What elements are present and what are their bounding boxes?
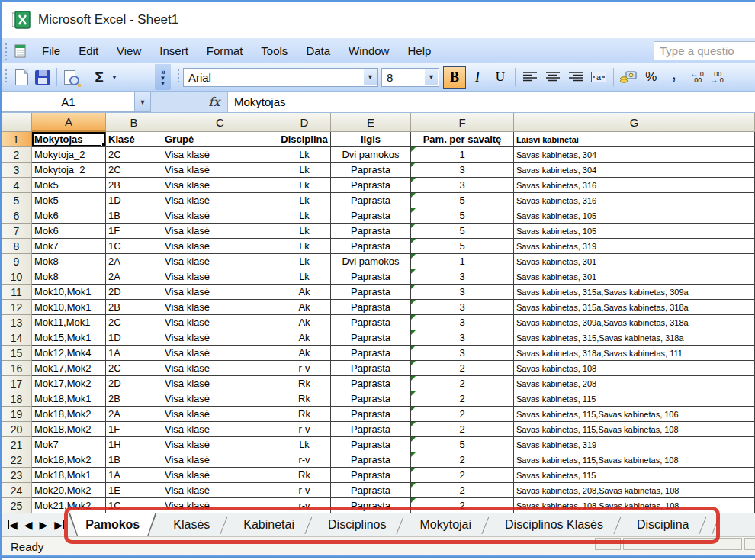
cell-C4[interactable]: Visa klasė [162, 178, 278, 193]
cell-E1[interactable]: Ilgis [331, 132, 411, 147]
cell-B5[interactable]: 1D [106, 193, 162, 208]
cell-D18[interactable]: Rk [278, 391, 331, 407]
row-header-8[interactable]: 8 [2, 239, 32, 254]
cell-E21[interactable]: Paprasta [331, 437, 411, 452]
cell-B3[interactable]: 2C [106, 163, 162, 178]
menu-window[interactable]: Window [342, 40, 396, 61]
cell-A17[interactable]: Mok17,Mok2 [32, 376, 106, 391]
cell-A4[interactable]: Mok5 [32, 178, 106, 193]
type-a-question-box[interactable]: Type a questio [654, 41, 755, 60]
row-header-20[interactable]: 20 [2, 422, 32, 437]
cell-F20[interactable]: 2 [411, 422, 514, 437]
select-all-corner[interactable] [2, 113, 32, 132]
cell-G1[interactable]: Laisvi kabinetai [514, 132, 755, 147]
sheet-tab-kabinetai[interactable]: Kabinetai [226, 513, 311, 536]
row-header-13[interactable]: 13 [2, 315, 32, 330]
last-sheet-button[interactable]: ▶ [54, 519, 64, 531]
cell-E20[interactable]: Paprasta [331, 422, 411, 437]
cell-E23[interactable]: Paprasta [331, 468, 411, 483]
cell-G5[interactable]: Savas kabinetas, 316 [514, 193, 755, 208]
cell-B4[interactable]: 2B [106, 178, 162, 193]
menu-data[interactable]: Data [299, 40, 337, 61]
menu-file[interactable]: File [35, 40, 67, 61]
next-sheet-button[interactable]: ▶ [40, 519, 48, 531]
cell-G9[interactable]: Savas kabinetas, 301 [514, 254, 755, 269]
cell-B10[interactable]: 2A [106, 269, 162, 285]
cell-D19[interactable]: Rk [278, 407, 331, 422]
cell-D9[interactable]: Lk [278, 254, 331, 269]
font-size-dropdown-arrow[interactable]: ▼ [425, 69, 438, 85]
cell-D1[interactable]: Disciplina [278, 132, 331, 147]
cell-F4[interactable]: 3 [411, 178, 514, 193]
row-header-24[interactable]: 24 [2, 483, 32, 498]
cell-B24[interactable]: 1E [106, 483, 162, 498]
cell-A16[interactable]: Mok17,Mok2 [32, 361, 106, 376]
cell-E7[interactable]: Paprasta [331, 224, 411, 239]
cell-D22[interactable]: r-v [278, 452, 331, 468]
cell-G15[interactable]: Savas kabinetas, 318a,Savas kabinetas, 1… [514, 346, 755, 361]
first-sheet-button[interactable]: ◀ [8, 519, 18, 531]
bold-button[interactable]: B [443, 66, 466, 89]
cell-G2[interactable]: Savas kabinetas, 304 [514, 147, 755, 163]
cell-A24[interactable]: Mok20,Mok2 [32, 483, 106, 498]
cell-E3[interactable]: Paprasta [331, 163, 411, 178]
row-header-2[interactable]: 2 [2, 147, 32, 163]
cell-B13[interactable]: 2C [106, 315, 162, 330]
cell-B18[interactable]: 2B [106, 391, 162, 407]
row-header-25[interactable]: 25 [2, 498, 32, 513]
underline-button[interactable]: U [489, 66, 512, 89]
cell-D5[interactable]: Lk [278, 193, 331, 208]
column-header-E[interactable]: E [331, 113, 411, 132]
cell-A9[interactable]: Mok8 [32, 254, 106, 269]
row-header-5[interactable]: 5 [2, 193, 32, 208]
cell-A25[interactable]: Mok21,Mok2 [32, 498, 106, 513]
cell-F11[interactable]: 3 [411, 285, 514, 300]
cell-F18[interactable]: 2 [411, 391, 514, 407]
row-header-12[interactable]: 12 [2, 300, 32, 315]
formatting-toolbar-grip[interactable] [177, 69, 181, 85]
cell-G20[interactable]: Savas kabinetas, 115,Savas kabinetas, 10… [514, 422, 755, 437]
cell-C3[interactable]: Visa klasė [162, 163, 278, 178]
cell-C22[interactable]: Visa klasė [162, 452, 278, 468]
cell-A14[interactable]: Mok15,Mok1 [32, 330, 106, 346]
cell-A6[interactable]: Mok6 [32, 208, 106, 224]
previous-sheet-button[interactable]: ◀ [24, 519, 33, 531]
cell-E24[interactable]: Paprasta [331, 483, 411, 498]
cell-G23[interactable]: Savas kabinetas, 115 [514, 468, 755, 483]
cell-F17[interactable]: 2 [411, 376, 514, 391]
toolbar-grip[interactable] [5, 43, 8, 60]
row-header-4[interactable]: 4 [2, 178, 32, 193]
cell-F5[interactable]: 5 [411, 193, 514, 208]
standard-toolbar-grip[interactable] [5, 69, 8, 85]
row-header-11[interactable]: 11 [2, 285, 32, 300]
cell-A8[interactable]: Mok7 [32, 239, 106, 254]
row-header-18[interactable]: 18 [2, 391, 32, 407]
cell-E8[interactable]: Paprasta [331, 239, 411, 254]
sheet-tab-klasės[interactable]: Klasės [156, 513, 226, 536]
align-center-button[interactable] [541, 66, 564, 89]
new-document-button[interactable] [11, 66, 32, 88]
cell-G17[interactable]: Savas kabinetas, 208 [514, 376, 755, 391]
cell-A21[interactable]: Mok7 [32, 437, 106, 452]
cell-F25[interactable]: 2 [411, 498, 514, 513]
cell-D14[interactable]: Ak [278, 330, 331, 346]
cell-G6[interactable]: Savas kabinetas, 105 [514, 208, 755, 224]
insert-function-button[interactable]: fx [201, 92, 227, 112]
cell-E9[interactable]: Dvi pamokos [331, 254, 411, 269]
cell-B6[interactable]: 1B [106, 208, 162, 224]
cell-D6[interactable]: Lk [278, 208, 331, 224]
cell-A10[interactable]: Mok8 [32, 269, 106, 285]
cell-G22[interactable]: Savas kabinetas, 115,Savas kabinetas, 10… [514, 452, 755, 468]
cell-F19[interactable]: 2 [411, 407, 514, 422]
cell-B16[interactable]: 2C [106, 361, 162, 376]
cell-C5[interactable]: Visa klasė [162, 193, 278, 208]
cell-E16[interactable]: Paprasta [331, 361, 411, 376]
column-header-B[interactable]: B [106, 113, 162, 132]
currency-button[interactable] [617, 66, 640, 89]
row-header-17[interactable]: 17 [2, 376, 32, 391]
cell-D13[interactable]: Ak [278, 315, 331, 330]
cell-B9[interactable]: 2A [106, 254, 162, 269]
name-box[interactable]: A1 [2, 92, 135, 112]
cell-C2[interactable]: Visa klasė [162, 147, 278, 163]
cell-D3[interactable]: Lk [278, 163, 331, 178]
